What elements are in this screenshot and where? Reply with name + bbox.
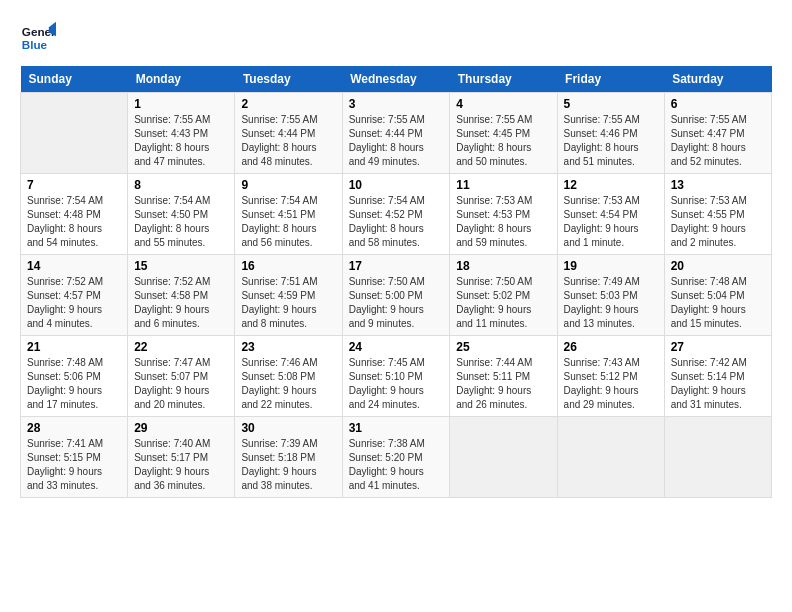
day-info: Sunrise: 7:38 AM Sunset: 5:20 PM Dayligh… [349, 437, 444, 493]
calendar-cell: 11Sunrise: 7:53 AM Sunset: 4:53 PM Dayli… [450, 174, 557, 255]
day-info: Sunrise: 7:48 AM Sunset: 5:06 PM Dayligh… [27, 356, 121, 412]
calendar-cell: 12Sunrise: 7:53 AM Sunset: 4:54 PM Dayli… [557, 174, 664, 255]
calendar-cell: 20Sunrise: 7:48 AM Sunset: 5:04 PM Dayli… [664, 255, 771, 336]
day-info: Sunrise: 7:52 AM Sunset: 4:58 PM Dayligh… [134, 275, 228, 331]
calendar-cell: 14Sunrise: 7:52 AM Sunset: 4:57 PM Dayli… [21, 255, 128, 336]
calendar-cell: 15Sunrise: 7:52 AM Sunset: 4:58 PM Dayli… [128, 255, 235, 336]
day-info: Sunrise: 7:55 AM Sunset: 4:47 PM Dayligh… [671, 113, 765, 169]
calendar-table: SundayMondayTuesdayWednesdayThursdayFrid… [20, 66, 772, 498]
day-info: Sunrise: 7:49 AM Sunset: 5:03 PM Dayligh… [564, 275, 658, 331]
calendar-cell: 31Sunrise: 7:38 AM Sunset: 5:20 PM Dayli… [342, 417, 450, 498]
day-number: 21 [27, 340, 121, 354]
day-info: Sunrise: 7:55 AM Sunset: 4:44 PM Dayligh… [241, 113, 335, 169]
day-info: Sunrise: 7:39 AM Sunset: 5:18 PM Dayligh… [241, 437, 335, 493]
day-number: 11 [456, 178, 550, 192]
day-number: 8 [134, 178, 228, 192]
day-header-saturday: Saturday [664, 66, 771, 93]
day-number: 16 [241, 259, 335, 273]
calendar-cell: 29Sunrise: 7:40 AM Sunset: 5:17 PM Dayli… [128, 417, 235, 498]
calendar-cell: 10Sunrise: 7:54 AM Sunset: 4:52 PM Dayli… [342, 174, 450, 255]
week-row-4: 21Sunrise: 7:48 AM Sunset: 5:06 PM Dayli… [21, 336, 772, 417]
day-info: Sunrise: 7:44 AM Sunset: 5:11 PM Dayligh… [456, 356, 550, 412]
day-info: Sunrise: 7:55 AM Sunset: 4:44 PM Dayligh… [349, 113, 444, 169]
calendar-cell: 13Sunrise: 7:53 AM Sunset: 4:55 PM Dayli… [664, 174, 771, 255]
day-info: Sunrise: 7:54 AM Sunset: 4:52 PM Dayligh… [349, 194, 444, 250]
week-row-1: 1Sunrise: 7:55 AM Sunset: 4:43 PM Daylig… [21, 93, 772, 174]
calendar-cell: 16Sunrise: 7:51 AM Sunset: 4:59 PM Dayli… [235, 255, 342, 336]
day-info: Sunrise: 7:55 AM Sunset: 4:45 PM Dayligh… [456, 113, 550, 169]
calendar-cell: 26Sunrise: 7:43 AM Sunset: 5:12 PM Dayli… [557, 336, 664, 417]
day-number: 24 [349, 340, 444, 354]
page-header: General Blue [20, 20, 772, 56]
calendar-cell: 3Sunrise: 7:55 AM Sunset: 4:44 PM Daylig… [342, 93, 450, 174]
day-number: 13 [671, 178, 765, 192]
calendar-cell [450, 417, 557, 498]
day-header-sunday: Sunday [21, 66, 128, 93]
day-info: Sunrise: 7:54 AM Sunset: 4:48 PM Dayligh… [27, 194, 121, 250]
day-info: Sunrise: 7:40 AM Sunset: 5:17 PM Dayligh… [134, 437, 228, 493]
calendar-cell: 27Sunrise: 7:42 AM Sunset: 5:14 PM Dayli… [664, 336, 771, 417]
day-number: 9 [241, 178, 335, 192]
calendar-cell [557, 417, 664, 498]
day-number: 18 [456, 259, 550, 273]
day-info: Sunrise: 7:42 AM Sunset: 5:14 PM Dayligh… [671, 356, 765, 412]
day-number: 10 [349, 178, 444, 192]
logo-icon: General Blue [20, 20, 56, 56]
day-number: 2 [241, 97, 335, 111]
week-row-2: 7Sunrise: 7:54 AM Sunset: 4:48 PM Daylig… [21, 174, 772, 255]
calendar-cell: 4Sunrise: 7:55 AM Sunset: 4:45 PM Daylig… [450, 93, 557, 174]
day-number: 31 [349, 421, 444, 435]
calendar-cell: 17Sunrise: 7:50 AM Sunset: 5:00 PM Dayli… [342, 255, 450, 336]
calendar-cell: 28Sunrise: 7:41 AM Sunset: 5:15 PM Dayli… [21, 417, 128, 498]
calendar-cell: 24Sunrise: 7:45 AM Sunset: 5:10 PM Dayli… [342, 336, 450, 417]
calendar-cell: 23Sunrise: 7:46 AM Sunset: 5:08 PM Dayli… [235, 336, 342, 417]
header-row: SundayMondayTuesdayWednesdayThursdayFrid… [21, 66, 772, 93]
day-info: Sunrise: 7:52 AM Sunset: 4:57 PM Dayligh… [27, 275, 121, 331]
day-info: Sunrise: 7:48 AM Sunset: 5:04 PM Dayligh… [671, 275, 765, 331]
day-info: Sunrise: 7:46 AM Sunset: 5:08 PM Dayligh… [241, 356, 335, 412]
day-number: 6 [671, 97, 765, 111]
day-header-thursday: Thursday [450, 66, 557, 93]
day-number: 1 [134, 97, 228, 111]
day-number: 23 [241, 340, 335, 354]
day-info: Sunrise: 7:50 AM Sunset: 5:02 PM Dayligh… [456, 275, 550, 331]
day-info: Sunrise: 7:41 AM Sunset: 5:15 PM Dayligh… [27, 437, 121, 493]
day-number: 4 [456, 97, 550, 111]
day-header-tuesday: Tuesday [235, 66, 342, 93]
calendar-cell: 21Sunrise: 7:48 AM Sunset: 5:06 PM Dayli… [21, 336, 128, 417]
day-info: Sunrise: 7:53 AM Sunset: 4:53 PM Dayligh… [456, 194, 550, 250]
day-number: 20 [671, 259, 765, 273]
day-info: Sunrise: 7:54 AM Sunset: 4:50 PM Dayligh… [134, 194, 228, 250]
day-header-monday: Monday [128, 66, 235, 93]
day-number: 25 [456, 340, 550, 354]
svg-text:Blue: Blue [22, 38, 48, 51]
calendar-cell: 8Sunrise: 7:54 AM Sunset: 4:50 PM Daylig… [128, 174, 235, 255]
day-header-wednesday: Wednesday [342, 66, 450, 93]
day-number: 26 [564, 340, 658, 354]
day-info: Sunrise: 7:50 AM Sunset: 5:00 PM Dayligh… [349, 275, 444, 331]
calendar-cell: 2Sunrise: 7:55 AM Sunset: 4:44 PM Daylig… [235, 93, 342, 174]
day-info: Sunrise: 7:53 AM Sunset: 4:55 PM Dayligh… [671, 194, 765, 250]
calendar-cell [664, 417, 771, 498]
day-header-friday: Friday [557, 66, 664, 93]
day-number: 30 [241, 421, 335, 435]
day-number: 17 [349, 259, 444, 273]
calendar-cell: 7Sunrise: 7:54 AM Sunset: 4:48 PM Daylig… [21, 174, 128, 255]
calendar-cell: 5Sunrise: 7:55 AM Sunset: 4:46 PM Daylig… [557, 93, 664, 174]
day-info: Sunrise: 7:51 AM Sunset: 4:59 PM Dayligh… [241, 275, 335, 331]
day-number: 28 [27, 421, 121, 435]
day-number: 22 [134, 340, 228, 354]
day-number: 19 [564, 259, 658, 273]
day-number: 3 [349, 97, 444, 111]
day-number: 5 [564, 97, 658, 111]
day-number: 29 [134, 421, 228, 435]
day-number: 14 [27, 259, 121, 273]
day-info: Sunrise: 7:55 AM Sunset: 4:43 PM Dayligh… [134, 113, 228, 169]
calendar-cell [21, 93, 128, 174]
calendar-cell: 19Sunrise: 7:49 AM Sunset: 5:03 PM Dayli… [557, 255, 664, 336]
day-info: Sunrise: 7:53 AM Sunset: 4:54 PM Dayligh… [564, 194, 658, 250]
calendar-cell: 30Sunrise: 7:39 AM Sunset: 5:18 PM Dayli… [235, 417, 342, 498]
day-info: Sunrise: 7:47 AM Sunset: 5:07 PM Dayligh… [134, 356, 228, 412]
logo: General Blue [20, 20, 56, 56]
calendar-cell: 1Sunrise: 7:55 AM Sunset: 4:43 PM Daylig… [128, 93, 235, 174]
